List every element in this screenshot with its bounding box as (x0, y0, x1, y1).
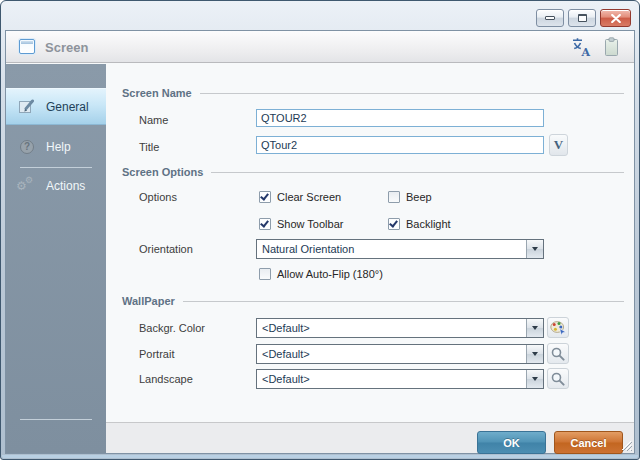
check-icon (389, 218, 398, 227)
checkbox[interactable] (259, 268, 271, 280)
dialog-client-area: Screen A (5, 30, 635, 454)
chevron-down-icon (532, 326, 538, 330)
maximize-icon (578, 14, 587, 22)
sidebar-item-general[interactable]: General (6, 88, 106, 125)
paste-button[interactable] (600, 36, 624, 58)
orientation-label: Orientation (139, 243, 193, 255)
portrait-label: Portrait (139, 348, 174, 360)
sidebar-item-actions[interactable]: ⚙ ⚙ Actions (6, 173, 106, 199)
checkbox[interactable] (259, 218, 271, 230)
dropdown-value: <Default> (262, 322, 310, 334)
palette-icon (550, 320, 567, 335)
checkbox[interactable] (388, 191, 400, 203)
name-label: Name (139, 114, 168, 126)
landscape-label: Landscape (139, 373, 193, 385)
landscape-browse-button[interactable] (547, 368, 569, 389)
paste-icon (604, 37, 620, 58)
section-wallpaper: WallPaper (122, 294, 624, 308)
checkbox[interactable] (259, 191, 271, 203)
checkbox[interactable] (388, 218, 400, 230)
content-panel: Screen Name Name Title V Screen Options … (106, 64, 634, 453)
magnifier-icon (551, 347, 565, 361)
edit-pencil-icon (17, 99, 37, 115)
checkbox-backlight[interactable]: Backlight (388, 217, 451, 231)
footer-bar: OK Cancel (106, 422, 634, 453)
close-icon (611, 14, 621, 23)
ok-button[interactable]: OK (477, 431, 546, 454)
sidebar-bottom-divider (20, 419, 92, 420)
resize-grip[interactable] (619, 438, 633, 452)
check-icon (260, 191, 269, 200)
page-title: Screen (45, 40, 88, 55)
section-rule (200, 93, 624, 94)
dropdown-value: <Default> (262, 348, 310, 360)
section-screen-options: Screen Options (122, 165, 624, 179)
screen-dialog-window: Screen A (0, 0, 640, 460)
magnifier-icon (551, 372, 565, 386)
minimize-icon (545, 16, 555, 20)
section-rule (211, 172, 624, 173)
options-label: Options (139, 191, 177, 203)
dropdown-arrow-button[interactable] (526, 345, 543, 363)
sidebar-divider (20, 167, 92, 168)
screen-icon (19, 39, 35, 54)
svg-text:A: A (581, 46, 591, 58)
orientation-dropdown[interactable]: Natural Orientation (256, 239, 544, 259)
title-input[interactable] (256, 136, 544, 154)
translate-button[interactable]: A (570, 36, 594, 58)
background-color-dropdown[interactable]: <Default> (256, 318, 544, 338)
sidebar-item-label: Actions (46, 179, 85, 193)
sidebar: General ? Help ⚙ ⚙ Actions (6, 64, 106, 453)
checkbox-beep[interactable]: Beep (388, 190, 432, 204)
background-color-label: Backgr. Color (139, 322, 205, 334)
sidebar-item-label: General (46, 100, 89, 114)
help-icon: ? (17, 140, 37, 154)
checkbox-allow-autoflip[interactable]: Allow Auto-Flip (180°) (259, 267, 383, 281)
variable-button[interactable]: V (549, 134, 568, 156)
check-icon (260, 218, 269, 227)
section-title: WallPaper (122, 295, 175, 307)
section-title: Screen Options (122, 166, 203, 178)
minimize-button[interactable] (536, 9, 564, 27)
portrait-browse-button[interactable] (547, 343, 569, 364)
section-screen-name: Screen Name (122, 86, 624, 100)
window-controls (536, 9, 631, 27)
title-label: Title (139, 141, 159, 153)
dropdown-arrow-button[interactable] (526, 370, 543, 388)
close-button[interactable] (600, 9, 631, 27)
checkbox-clear-screen[interactable]: Clear Screen (259, 190, 341, 204)
checkbox-show-toolbar[interactable]: Show Toolbar (259, 217, 343, 231)
cancel-button[interactable]: Cancel (554, 431, 623, 454)
color-picker-button[interactable] (547, 317, 569, 338)
sidebar-item-help[interactable]: ? Help (6, 134, 106, 160)
landscape-dropdown[interactable]: <Default> (256, 369, 544, 389)
sidebar-item-label: Help (46, 140, 71, 154)
translate-icon: A (571, 37, 593, 57)
maximize-button[interactable] (568, 9, 596, 27)
dropdown-arrow-button[interactable] (526, 240, 543, 258)
dropdown-value: Natural Orientation (262, 243, 354, 255)
chevron-down-icon (532, 247, 538, 251)
titlebar[interactable] (1, 1, 639, 30)
section-rule (183, 301, 624, 302)
dialog-header: Screen A (6, 31, 634, 63)
dropdown-arrow-button[interactable] (526, 319, 543, 337)
chevron-down-icon (532, 352, 538, 356)
name-input[interactable] (256, 109, 544, 127)
gears-icon: ⚙ ⚙ (17, 178, 37, 194)
section-title: Screen Name (122, 87, 192, 99)
chevron-down-icon (532, 377, 538, 381)
dropdown-value: <Default> (262, 373, 310, 385)
portrait-dropdown[interactable]: <Default> (256, 344, 544, 364)
